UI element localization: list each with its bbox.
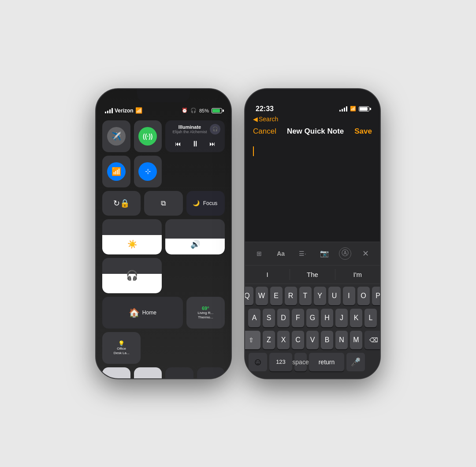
key-y[interactable]: Y — [314, 287, 326, 305]
chevron-left-icon: ◀ — [253, 116, 258, 123]
key-x[interactable]: X — [277, 331, 290, 349]
pred-word-2[interactable]: The — [290, 269, 335, 280]
fast-forward-button[interactable]: ⏭ — [209, 140, 216, 147]
checklist-icon[interactable]: ☰· — [295, 247, 309, 261]
headphones-icon: 🎧 — [190, 108, 197, 113]
pred-word-1[interactable]: I — [245, 269, 290, 280]
key-g[interactable]: G — [306, 309, 319, 327]
screen-mirror-tile[interactable]: ⧉ — [144, 191, 182, 216]
key-d[interactable]: D — [277, 309, 290, 327]
key-w[interactable]: W — [256, 287, 268, 305]
airpods-tile[interactable]: 🎧 — [102, 258, 162, 293]
alarm-icon: ⏰ — [182, 108, 188, 113]
back-button[interactable]: ◀ Search — [253, 116, 278, 123]
home-icon: 🏠 — [129, 307, 140, 318]
lamp-icon: 💡 — [118, 340, 125, 347]
desk-lamp-label: OfficeDesk La... — [114, 347, 130, 355]
notch-right — [286, 89, 339, 102]
thermostat-temp: 69° — [202, 306, 209, 311]
pred-word-3[interactable]: I'm — [335, 269, 380, 280]
brightness-icon: ☀️ — [127, 239, 137, 249]
note-body[interactable] — [245, 141, 380, 242]
key-o[interactable]: O — [357, 287, 370, 305]
key-p[interactable]: P — [372, 287, 381, 305]
back-nav: ◀ Search — [245, 115, 380, 123]
wifi-icon-right: 📶 — [350, 106, 356, 112]
music-controls: ⏮ ⏸ ⏭ — [170, 139, 220, 149]
table-icon[interactable]: ⊞ — [252, 247, 266, 261]
markup-icon[interactable]: Ⓐ — [339, 247, 351, 260]
battery-icon-right — [359, 106, 369, 112]
key-t[interactable]: T — [299, 287, 312, 305]
save-button[interactable]: Save — [354, 127, 372, 136]
mic-key[interactable]: 🎤 — [346, 353, 365, 371]
rewind-button[interactable]: ⏮ — [175, 140, 181, 147]
thermostat-tile[interactable]: 69° Living R...Thermo... — [186, 297, 225, 329]
key-z[interactable]: Z — [263, 331, 275, 349]
key-n[interactable]: N — [335, 331, 348, 349]
key-b[interactable]: B — [321, 331, 333, 349]
office-hue-2-tile[interactable]: OfficeHue Pla... — [197, 367, 225, 379]
bar4 — [112, 108, 113, 113]
key-h[interactable]: H — [321, 309, 333, 327]
desk-lamp-tile[interactable]: 💡 OfficeDesk La... — [102, 332, 141, 364]
key-f[interactable]: F — [292, 309, 304, 327]
bluetooth-tile[interactable]: ⊹ — [134, 156, 162, 187]
status-bar: Verizon 📶 ⏰ 🎧 85% — [96, 105, 231, 117]
key-r[interactable]: R — [285, 287, 297, 305]
key-e[interactable]: E — [270, 287, 283, 305]
key-q[interactable]: Q — [244, 287, 253, 305]
brightness-slider[interactable]: ☀️ — [102, 219, 162, 254]
cellular-tile[interactable]: ((·)) — [134, 120, 162, 152]
wifi-tile[interactable]: 📶 — [102, 156, 130, 187]
airplane-mode-tile[interactable]: ✈️ — [102, 120, 130, 152]
number-key[interactable]: 123 — [269, 353, 292, 371]
key-k[interactable]: K — [350, 309, 362, 327]
key-u[interactable]: U — [328, 287, 341, 305]
office-floor-lamp-tile[interactable]: OfficeFloor La... — [102, 367, 130, 379]
key-v[interactable]: V — [306, 331, 319, 349]
home-tile[interactable]: 🏠 Home — [102, 297, 183, 329]
key-c[interactable]: C — [292, 331, 304, 349]
wifi-icon-tile: 📶 — [107, 162, 126, 181]
music-player-tile[interactable]: Illuminate Elijah the Alchemist 🎧 ⏮ ⏸ ⏭ — [165, 120, 225, 152]
format-text-icon[interactable]: Aa — [274, 247, 288, 261]
rbar1 — [339, 110, 341, 112]
key-a[interactable]: A — [248, 309, 260, 327]
emoji-key[interactable]: ☺ — [249, 353, 267, 371]
key-l[interactable]: L — [364, 309, 377, 327]
key-m[interactable]: M — [350, 331, 362, 349]
wifi-icon: 📶 — [135, 107, 142, 114]
airplane-icon: ✈️ — [107, 127, 126, 146]
rbar2 — [342, 109, 343, 112]
key-i[interactable]: I — [343, 287, 355, 305]
music-artist: Elijah the Alchemist — [170, 130, 210, 134]
music-title: Illuminate — [170, 124, 210, 130]
rbar4 — [346, 106, 347, 112]
play-pause-button[interactable]: ⏸ — [191, 139, 199, 149]
carrier-name: Verizon — [115, 108, 134, 114]
bluetooth-icon: ⊹ — [138, 162, 157, 181]
close-toolbar-icon[interactable]: ✕ — [359, 247, 373, 261]
cancel-button[interactable]: Cancel — [253, 127, 276, 136]
thermostat-label: Living R...Thermo... — [198, 311, 214, 319]
key-j[interactable]: J — [335, 309, 348, 327]
left-phone: Verizon 📶 ⏰ 🎧 85% — [95, 88, 232, 379]
rbar3 — [344, 108, 345, 112]
volume-slider[interactable]: 🔊 — [165, 219, 225, 254]
notes-toolbar: ⊞ Aa ☰· 📷 Ⓐ ✕ — [245, 242, 380, 265]
focus-tile[interactable]: 🌙 Focus — [186, 191, 225, 216]
screen-rotation-tile[interactable]: ↻🔒 — [102, 191, 141, 216]
return-key[interactable]: return — [309, 353, 344, 371]
shift-key[interactable]: ⇧ — [244, 331, 260, 349]
living-room-table-tile[interactable]: Living R...table — [134, 367, 162, 379]
office-hue-1-tile[interactable]: OfficeHue Pla... — [165, 367, 193, 379]
delete-key[interactable]: ⌫ — [364, 331, 381, 349]
space-key[interactable]: space — [294, 353, 307, 371]
battery-icon — [212, 108, 222, 113]
key-s[interactable]: S — [263, 309, 275, 327]
focus-label: Focus — [203, 200, 218, 206]
bar2 — [107, 111, 108, 113]
right-phone: 22:33 📶 ◀ S — [244, 88, 381, 379]
camera-toolbar-icon[interactable]: 📷 — [317, 247, 331, 261]
